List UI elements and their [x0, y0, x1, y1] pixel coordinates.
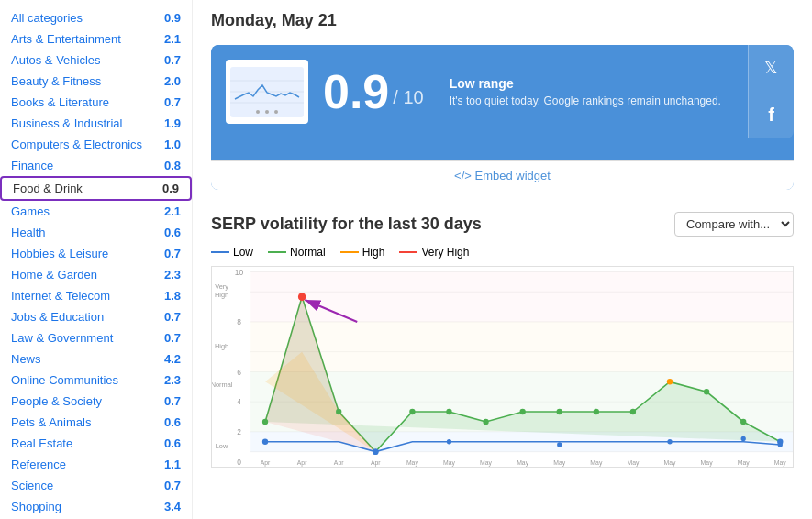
chart-title: SERP volatility for the last 30 days — [211, 215, 482, 234]
chart-container: 10 Very High 8 High 6 Normal 4 2 Low 0 — [211, 266, 794, 468]
twitter-button[interactable]: 𝕏 — [764, 58, 778, 78]
svg-point-42 — [557, 409, 562, 415]
sidebar-item-internet---telecom[interactable]: Internet & Telecom 1.8 — [0, 285, 192, 306]
sidebar-item-pets---animals[interactable]: Pets & Animals 0.6 — [0, 412, 192, 433]
sidebar-item-finance[interactable]: Finance 0.8 — [0, 155, 192, 176]
score-card-wrapper: 0.9 / 10 Low range It's too quiet today.… — [211, 45, 794, 190]
sidebar-item-jobs---education[interactable]: Jobs & Education 0.7 — [0, 306, 192, 327]
svg-text:4: 4 — [237, 397, 241, 406]
legend-low: Low — [211, 246, 253, 259]
compare-select[interactable]: Compare with... — [674, 212, 794, 237]
sidebar-item-online-communities[interactable]: Online Communities 2.3 — [0, 370, 192, 391]
svg-text:25: 25 — [298, 466, 306, 467]
sidebar-item-autos---vehicles[interactable]: Autos & Vehicles 0.7 — [0, 50, 192, 71]
svg-point-53 — [667, 439, 672, 444]
sidebar-item-all-categories[interactable]: All categories 0.9 — [0, 7, 192, 28]
svg-point-41 — [519, 409, 525, 415]
svg-text:19: 19 — [740, 466, 747, 467]
embed-footer[interactable]: </> Embed widget — [211, 160, 794, 190]
svg-text:05: 05 — [483, 466, 490, 467]
score-range-label: Low range — [450, 76, 779, 91]
chart-legend: Low Normal High Very High — [211, 246, 794, 259]
legend-normal-label: Normal — [290, 246, 326, 259]
svg-text:03: 03 — [446, 466, 453, 467]
sidebar-item-health[interactable]: Health 0.6 — [0, 222, 192, 243]
svg-point-5 — [265, 110, 269, 114]
svg-text:21: 21 — [776, 466, 784, 467]
svg-text:29: 29 — [372, 466, 379, 467]
sidebar-item-games[interactable]: Games 2.1 — [0, 201, 192, 222]
svg-text:2: 2 — [237, 427, 241, 436]
sidebar-item-books---literature[interactable]: Books & Literature 0.7 — [0, 92, 192, 113]
svg-point-40 — [483, 419, 488, 425]
legend-high-label: High — [362, 246, 385, 259]
main-content: Monday, May 21 0.9 — [193, 0, 812, 519]
svg-point-51 — [447, 439, 451, 444]
svg-text:07: 07 — [519, 466, 527, 467]
svg-point-35 — [298, 293, 306, 301]
svg-point-4 — [256, 110, 260, 114]
svg-point-55 — [778, 442, 783, 447]
sidebar-item-hobbies---leisure[interactable]: Hobbies & Leisure 0.7 — [0, 243, 192, 264]
chart-header: SERP volatility for the last 30 days Com… — [211, 212, 794, 237]
svg-text:10: 10 — [235, 268, 244, 277]
svg-text:23: 23 — [261, 466, 269, 467]
svg-text:11: 11 — [593, 466, 600, 467]
svg-text:15: 15 — [666, 466, 673, 467]
sidebar: All categories 0.9 Arts & Entertainment … — [0, 0, 193, 519]
svg-text:Normal: Normal — [212, 381, 233, 389]
social-buttons: 𝕏 f — [748, 45, 794, 138]
facebook-button[interactable]: f — [768, 105, 774, 126]
legend-very-high: Very High — [399, 246, 469, 259]
svg-text:13: 13 — [629, 466, 637, 467]
score-value: 0.9 — [323, 68, 389, 116]
svg-point-54 — [741, 436, 746, 441]
score-card: 0.9 / 10 Low range It's too quiet today.… — [211, 45, 794, 138]
embed-link[interactable]: </> Embed widget — [454, 169, 551, 182]
svg-point-34 — [262, 419, 268, 425]
svg-point-44 — [630, 409, 636, 415]
legend-very-high-label: Very High — [421, 246, 469, 259]
svg-point-47 — [740, 419, 746, 425]
score-thumbnail — [226, 60, 308, 124]
sidebar-item-news[interactable]: News 4.2 — [0, 348, 192, 370]
legend-normal: Normal — [268, 246, 326, 259]
svg-text:High: High — [215, 291, 228, 299]
score-text: Low range It's too quiet today. Google r… — [450, 76, 779, 107]
sidebar-item-arts---entertainment[interactable]: Arts & Entertainment 2.1 — [0, 28, 192, 50]
svg-text:6: 6 — [237, 368, 241, 377]
sidebar-item-reference[interactable]: Reference 1.1 — [0, 454, 192, 475]
svg-text:Low: Low — [216, 442, 228, 450]
sidebar-item-business---industrial[interactable]: Business & Industrial 1.9 — [0, 113, 192, 134]
svg-point-45 — [667, 379, 673, 385]
svg-point-43 — [594, 409, 599, 415]
svg-point-39 — [446, 409, 451, 415]
sidebar-item-computers---electronics[interactable]: Computers & Electronics 1.0 — [0, 134, 192, 155]
svg-text:09: 09 — [556, 466, 563, 467]
svg-text:0: 0 — [237, 458, 241, 467]
sidebar-item-home---garden[interactable]: Home & Garden 2.3 — [0, 264, 192, 285]
svg-point-52 — [557, 442, 562, 447]
sidebar-item-law---government[interactable]: Law & Government 0.7 — [0, 327, 192, 348]
svg-rect-30 — [250, 271, 793, 322]
sidebar-item-real-estate[interactable]: Real Estate 0.6 — [0, 433, 192, 454]
sidebar-item-food---drink[interactable]: Food & Drink 0.9 — [0, 176, 192, 201]
svg-point-50 — [373, 448, 378, 455]
svg-point-49 — [262, 438, 268, 445]
score-denom: / 10 — [393, 87, 423, 108]
legend-low-label: Low — [233, 246, 253, 259]
sidebar-item-people---society[interactable]: People & Society 0.7 — [0, 391, 192, 412]
svg-point-38 — [409, 409, 415, 415]
sidebar-item-shopping[interactable]: Shopping 3.4 — [0, 496, 192, 517]
svg-point-6 — [274, 110, 278, 114]
svg-text:01: 01 — [409, 466, 417, 467]
date-header: Monday, May 21 — [211, 11, 794, 30]
svg-text:High: High — [215, 342, 228, 350]
legend-high: High — [340, 246, 385, 259]
svg-rect-29 — [250, 322, 793, 372]
svg-text:8: 8 — [237, 317, 241, 326]
sidebar-item-beauty---fitness[interactable]: Beauty & Fitness 2.0 — [0, 71, 192, 92]
sidebar-item-science[interactable]: Science 0.7 — [0, 475, 192, 496]
score-description: It's too quiet today. Google rankings re… — [450, 94, 779, 107]
chart-section: SERP volatility for the last 30 days Com… — [211, 212, 794, 468]
